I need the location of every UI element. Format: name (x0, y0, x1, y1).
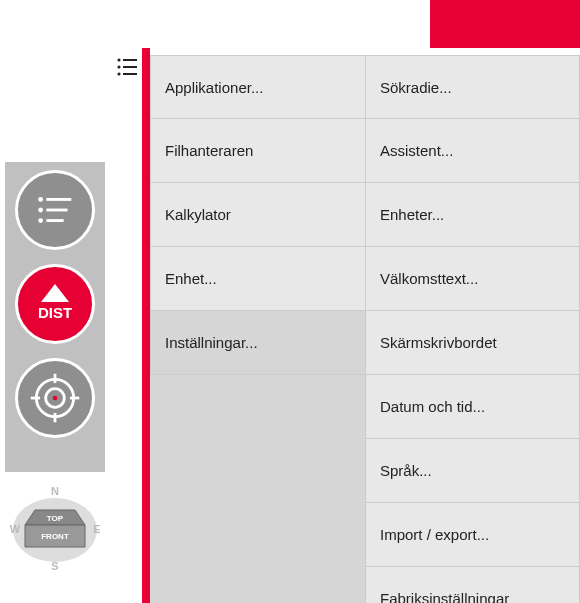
menu-item-applikationer[interactable]: Applikationer... (150, 55, 365, 119)
dist-label: DIST (38, 304, 72, 321)
menu-item-label: Inställningar... (165, 334, 258, 351)
menu-item-kalkylator[interactable]: Kalkylator (150, 183, 365, 247)
menu-item-label: Kalkylator (165, 206, 231, 223)
menu-item-skarmskrivbordet[interactable]: Skärmskrivbordet (365, 311, 580, 375)
svg-point-2 (117, 72, 120, 75)
menu-item-filhanteraren[interactable]: Filhanteraren (150, 119, 365, 183)
svg-point-6 (38, 197, 43, 202)
list-icon (31, 186, 79, 234)
menu-item-sokradie[interactable]: Sökradie... (365, 55, 580, 119)
svg-point-8 (38, 218, 43, 223)
svg-marker-12 (41, 284, 69, 302)
dist-button[interactable]: DIST (15, 264, 95, 344)
menu-item-fabriksinstallningar[interactable]: Fabriksinställningar (365, 567, 580, 603)
menu-item-sprak[interactable]: Språk... (365, 439, 580, 503)
svg-text:TOP: TOP (47, 514, 64, 523)
menu-column-left: Applikationer... Filhanteraren Kalkylato… (150, 55, 365, 603)
menu-item-label: Språk... (380, 462, 432, 479)
svg-text:W: W (10, 523, 21, 535)
svg-text:S: S (51, 560, 58, 572)
svg-point-0 (117, 58, 120, 61)
nav-cube[interactable]: TOP FRONT N S W E (5, 475, 105, 575)
svg-point-7 (38, 208, 43, 213)
menu-item-datum-och-tid[interactable]: Datum och tid... (365, 375, 580, 439)
menu-item-label: Enheter... (380, 206, 444, 223)
target-icon (27, 370, 83, 426)
menu-item-label: Välkomsttext... (380, 270, 478, 287)
menu-item-label: Import / export... (380, 526, 489, 543)
svg-text:N: N (51, 485, 59, 497)
list-button[interactable] (15, 170, 95, 250)
menu-item-label: Filhanteraren (165, 142, 253, 159)
menu-item-assistent[interactable]: Assistent... (365, 119, 580, 183)
top-brand-bar (430, 0, 580, 48)
nav-cube-icon: TOP FRONT N S W E (5, 475, 105, 575)
menu-spacer (150, 375, 365, 603)
svg-point-15 (53, 396, 58, 401)
dist-icon: DIST (25, 274, 85, 334)
menu-item-label: Skärmskrivbordet (380, 334, 497, 351)
accent-strip (142, 48, 150, 603)
target-button[interactable] (15, 358, 95, 438)
menu-item-label: Applikationer... (165, 79, 263, 96)
menu-item-label: Datum och tid... (380, 398, 485, 415)
menu-item-label: Fabriksinställningar (380, 590, 509, 603)
menu-panel: Applikationer... Filhanteraren Kalkylato… (150, 55, 580, 603)
menu-item-label: Sökradie... (380, 79, 452, 96)
menu-item-import-export[interactable]: Import / export... (365, 503, 580, 567)
menu-item-enhet[interactable]: Enhet... (150, 247, 365, 311)
menu-item-enheter[interactable]: Enheter... (365, 183, 580, 247)
menu-column-right: Sökradie... Assistent... Enheter... Välk… (365, 55, 580, 603)
menu-item-label: Assistent... (380, 142, 453, 159)
sidebar: DIST (5, 162, 105, 472)
menu-item-installningar[interactable]: Inställningar... (150, 311, 365, 375)
list-indicator-icon (115, 55, 140, 80)
svg-text:E: E (93, 523, 100, 535)
svg-text:FRONT: FRONT (41, 532, 69, 541)
menu-item-label: Enhet... (165, 270, 217, 287)
menu-item-valkomsttext[interactable]: Välkomsttext... (365, 247, 580, 311)
svg-point-1 (117, 65, 120, 68)
